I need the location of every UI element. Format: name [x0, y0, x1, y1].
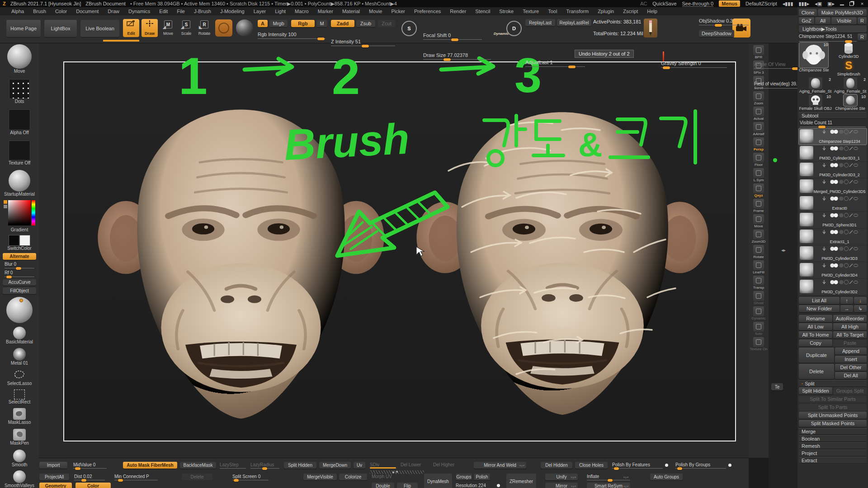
- tool-item[interactable]: 2 Aging_Female_St: [834, 77, 867, 94]
- right-shelf-item[interactable]: Frame: [753, 199, 764, 213]
- edit-button[interactable]: Edit: [123, 19, 139, 37]
- mergedown-button[interactable]: MergeDown: [319, 462, 351, 469]
- midvalue-slider[interactable]: MidValue 0: [73, 462, 107, 469]
- lazyradius-slider[interactable]: LazyRadius: [250, 462, 279, 469]
- auto-groups-button[interactable]: Auto Groups: [650, 474, 683, 480]
- lightbox-button[interactable]: LightBox: [44, 20, 77, 37]
- fill-object-button[interactable]: FillObject: [3, 287, 36, 294]
- tool-item[interactable]: 10 Female Skull OBJ: [799, 94, 832, 111]
- right-shelf-item[interactable]: Persp: [753, 137, 764, 152]
- subtool-row[interactable]: PM3D_Cylinder3D3: [799, 245, 867, 262]
- menu-item[interactable]: Material: [338, 8, 364, 14]
- canvas[interactable]: 1 2 3 Brush &: [39, 43, 749, 458]
- backface-mask-button[interactable]: BackfaceMask: [180, 462, 216, 469]
- blur-slider[interactable]: Blur 0: [5, 262, 34, 268]
- menu-item[interactable]: Brush: [29, 8, 50, 14]
- all-to-home-button[interactable]: All To Home: [799, 331, 832, 338]
- quicksave-button[interactable]: QuickSave: [652, 1, 676, 6]
- tool-item[interactable]: 2 Aging_Female_St: [799, 77, 832, 94]
- menu-item[interactable]: J-Modeling: [216, 8, 249, 14]
- split-masked-button[interactable]: Split Masked Points: [799, 420, 867, 427]
- restore-button[interactable]: [849, 2, 854, 6]
- alt-color-swatch[interactable]: [19, 235, 30, 246]
- flip-button[interactable]: Flip: [397, 483, 418, 488]
- right-shelf-item[interactable]: Qxyz: [753, 183, 764, 198]
- remesh-section-header[interactable]: Remesh: [799, 442, 867, 449]
- right-shelf-icon[interactable]: [753, 214, 764, 224]
- move-down-button[interactable]: ↓: [854, 297, 867, 304]
- split-similar-button[interactable]: Split To Similar Parts: [799, 395, 867, 403]
- project-section-header[interactable]: Project: [799, 450, 867, 456]
- folder-redo-icon[interactable]: →: [840, 305, 853, 312]
- color-saturation-square[interactable]: [8, 200, 31, 225]
- right-shelf-icon[interactable]: [753, 122, 764, 132]
- right-shelf-icon[interactable]: [753, 45, 764, 55]
- replay-last-button[interactable]: ReplayLast: [525, 19, 555, 26]
- alpha-thumbnail[interactable]: [9, 109, 30, 130]
- right-shelf-item[interactable]: Texture On: [750, 337, 767, 352]
- right-shelf-icon[interactable]: [753, 291, 764, 301]
- import-button[interactable]: Import: [39, 462, 67, 469]
- brush-curve-preview[interactable]: [6, 297, 33, 323]
- scale-button[interactable]: S◢ Scale: [178, 19, 194, 37]
- right-tray-toggle-icon[interactable]: ▮▮▮▸: [798, 1, 809, 7]
- goz-all-button[interactable]: All: [815, 17, 830, 24]
- all-high-button[interactable]: All High: [833, 323, 867, 330]
- menu-item[interactable]: Edit: [155, 8, 172, 14]
- goz-r-button[interactable]: R: [858, 17, 867, 24]
- goz-visible-button[interactable]: Visible: [831, 17, 857, 24]
- menu-item[interactable]: J-Brush: [190, 8, 215, 14]
- inflate-slider[interactable]: Inflatexyz: [587, 474, 630, 480]
- menu-item[interactable]: Render: [446, 8, 470, 14]
- lazystep-slider[interactable]: LazyStep: [220, 462, 246, 469]
- tool-r-button[interactable]: R: [858, 33, 867, 41]
- subtool-row[interactable]: PM3D_Sphere3D1: [799, 212, 867, 228]
- adjust-last-slider[interactable]: AdjustLast 1: [525, 60, 585, 67]
- right-shelf-icon[interactable]: [753, 199, 764, 209]
- right-shelf-icon[interactable]: [753, 245, 764, 255]
- dynamic-label[interactable]: Dynamic: [494, 32, 509, 36]
- morph-uv-button[interactable]: Morph UV: [372, 474, 397, 480]
- menu-item[interactable]: Alpha: [7, 8, 28, 14]
- right-shelf-item[interactable]: Zoom: [753, 91, 764, 106]
- polish-by-groups-slider[interactable]: Polish By Groups: [675, 462, 726, 469]
- right-shelf-icon[interactable]: [753, 91, 764, 101]
- color-picker[interactable]: [4, 200, 35, 225]
- subtool-row[interactable]: PM3D_Cylinder3D3_1: [799, 145, 867, 161]
- accucurve-button[interactable]: AccuCurve: [3, 279, 36, 286]
- extract-section-header[interactable]: Extract: [799, 457, 867, 464]
- mrgb-button[interactable]: Mrgb: [269, 20, 288, 27]
- home-page-button[interactable]: Home Page: [6, 20, 41, 37]
- select-rect-icon[interactable]: [14, 389, 25, 399]
- stroke-type-thumbnail[interactable]: [7, 44, 32, 69]
- menu-item[interactable]: Color: [51, 8, 71, 14]
- smart-resym-button[interactable]: Smart ReSymxyz: [587, 483, 630, 488]
- subtool-row-icons[interactable]: [821, 230, 859, 235]
- menu-item[interactable]: Dynamics: [124, 8, 154, 14]
- right-shelf-item[interactable]: LineFill: [753, 260, 764, 275]
- list-all-button[interactable]: List All: [799, 297, 840, 304]
- subtool-row-icons[interactable]: [821, 129, 859, 134]
- geometry-tab-button[interactable]: Geometry: [39, 483, 72, 488]
- right-shelf-item[interactable]: Transp: [753, 276, 764, 290]
- smooth-valleys-thumbnail[interactable]: [13, 470, 26, 483]
- gravity-direction-pencil-icon[interactable]: [644, 19, 657, 38]
- menu-item[interactable]: Zplugin: [594, 8, 618, 14]
- zremesher-button[interactable]: ZRemesher: [506, 474, 536, 488]
- subtool-row-icons[interactable]: [821, 179, 859, 184]
- subtool-row[interactable]: PM3D_Cylinder3D3_2: [799, 162, 867, 178]
- subtool-row[interactable]: PM3D_Cylinder3D2: [799, 279, 867, 295]
- right-shelf-item[interactable]: Solo: [753, 322, 764, 336]
- undo-history-marker[interactable]: [663, 52, 664, 61]
- new-folder-button[interactable]: New Folder: [799, 305, 840, 312]
- minimize-button[interactable]: [840, 2, 844, 5]
- del-other-button[interactable]: Del Other: [835, 364, 867, 371]
- subtool-row[interactable]: Extract0: [799, 195, 867, 211]
- stroke-dots-thumbnail[interactable]: [9, 79, 30, 99]
- folder-hook-icon[interactable]: ↳: [854, 305, 867, 312]
- right-shelf-item[interactable]: BPR: [753, 45, 764, 60]
- tool-item[interactable]: Cylinder3D: [839, 42, 859, 59]
- material-preview-sphere[interactable]: [236, 19, 253, 37]
- mask-pen-thumbnail[interactable]: [13, 429, 26, 441]
- metal-material-thumbnail[interactable]: [13, 348, 26, 361]
